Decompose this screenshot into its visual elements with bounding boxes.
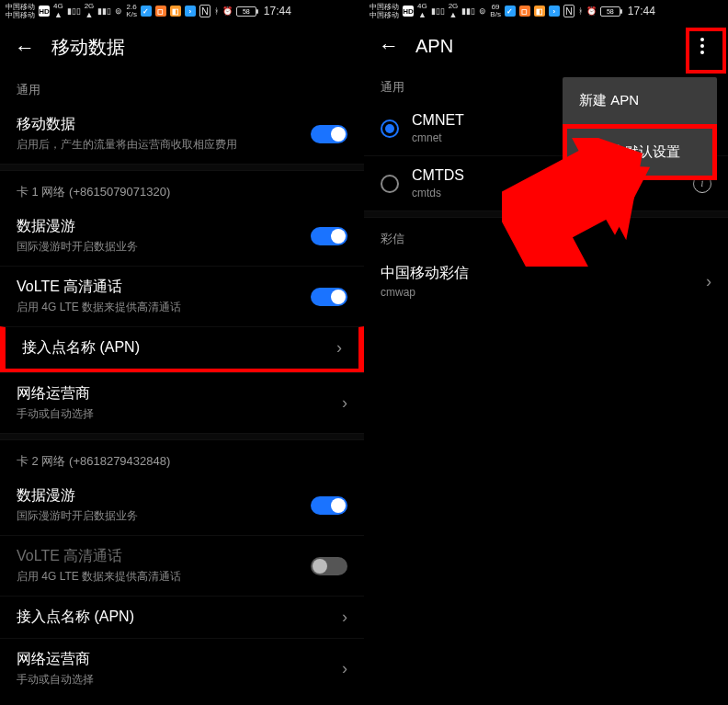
carrier-row[interactable]: 网络运营商 手动或自动选择 ›	[0, 372, 364, 433]
chevron-right-icon: ›	[342, 659, 347, 678]
screen-mobile-data: 中国移动 中国移动 HD 4G ▲ ▮▯▯ 2G ▲ ▮▮▯ ⊚ 2.6 K/s…	[0, 0, 364, 705]
screen-apn: 中国移动 中国移动 HD 4G ▲ ▮▯▯ 2G ▲ ▮▮▯ ⊚ 69 B/s …	[364, 0, 728, 705]
signal-2g-icon: 2G ▲	[449, 3, 459, 19]
alarm-icon: ⏰	[586, 6, 597, 16]
section-header-mms: 彩信	[364, 218, 728, 253]
battery-icon: 58	[600, 6, 620, 17]
app-badge-icon: ◻	[155, 6, 166, 17]
volte-label: VoLTE 高清通话	[17, 278, 298, 297]
volte-row[interactable]: VoLTE 高清通话 启用 4G LTE 数据来提供高清通话	[0, 266, 364, 326]
annotation-highlight-more	[686, 28, 726, 74]
roaming2-row[interactable]: 数据漫游 国际漫游时开启数据业务	[0, 475, 364, 535]
app-badge-icon: ›	[185, 6, 196, 17]
signal-2g-icon: 2G ▲	[85, 3, 95, 19]
carrier-sub: 手动或自动选择	[17, 406, 329, 422]
mobile-data-toggle[interactable]	[311, 125, 347, 143]
volte2-row[interactable]: VoLTE 高清通话 启用 4G LTE 数据来提供高清通话	[0, 535, 364, 596]
roaming-label: 数据漫游	[17, 217, 298, 236]
signal-4g-icon: 4G ▲	[53, 3, 63, 19]
hd-badge-icon: HD	[39, 6, 50, 17]
carrier2-label: 网络运营商	[17, 650, 329, 669]
mobile-data-sub: 启用后，产生的流量将由运营商收取相应费用	[17, 137, 298, 153]
bluetooth-icon: ᚼ	[578, 6, 583, 16]
chevron-right-icon: ›	[706, 272, 711, 291]
mobile-data-label: 移动数据	[17, 115, 298, 134]
clock: 17:44	[264, 5, 291, 17]
header: ← 移动数据	[0, 22, 364, 69]
roaming2-label: 数据漫游	[17, 486, 298, 506]
carrier-label: 中国移动 中国移动	[370, 3, 399, 19]
volte2-sub: 启用 4G LTE 数据来提供高清通话	[17, 569, 298, 585]
signal-4g-icon: 4G ▲	[417, 3, 427, 19]
volte2-toggle[interactable]	[311, 557, 347, 575]
carrier-label: 网络运营商	[17, 384, 329, 404]
battery-icon: 58	[236, 6, 256, 17]
bluetooth-icon: ᚼ	[214, 6, 219, 16]
volte2-label: VoLTE 高清通话	[17, 547, 298, 566]
volte-toggle[interactable]	[311, 288, 347, 306]
nfc-icon: N	[199, 5, 210, 17]
page-title: 移动数据	[51, 35, 125, 60]
apn2-label: 接入点名称 (APN)	[17, 608, 329, 627]
carrier2-row[interactable]: 网络运营商 手动或自动选择 ›	[0, 638, 364, 699]
apn-row[interactable]: 接入点名称 (APN) ›	[0, 326, 364, 372]
apn-mms-sub: cmwap	[381, 286, 693, 299]
alarm-icon: ⏰	[222, 6, 233, 16]
page-title: APN	[415, 36, 453, 57]
app-badge-icon: ✓	[505, 6, 516, 17]
data-speed-indicator: 2.6 K/s	[126, 4, 137, 18]
app-badge-icon: ›	[549, 6, 560, 17]
carrier2-sub: 手动或自动选择	[17, 672, 329, 688]
apn2-row[interactable]: 接入点名称 (APN) ›	[0, 596, 364, 638]
volte-sub: 启用 4G LTE 数据来提供高清通话	[17, 300, 298, 315]
wifi-icon: ⊚	[479, 6, 486, 16]
hd-badge-icon: HD	[403, 6, 414, 17]
roaming-row[interactable]: 数据漫游 国际漫游时开启数据业务	[0, 206, 364, 266]
signal-bars-icon: ▮▯▯	[431, 6, 445, 16]
section-header-sim1: 卡 1 网络 (+8615079071320)	[0, 171, 364, 206]
app-badge-icon: ◻	[519, 6, 530, 17]
app-badge-icon: ◧	[534, 6, 545, 17]
signal-bars-icon: ▮▮▯	[97, 6, 111, 16]
app-badge-icon: ◧	[170, 6, 181, 17]
data-speed-indicator: 69 B/s	[490, 4, 501, 18]
chevron-right-icon: ›	[336, 338, 342, 358]
apn-mms-label: 中国移动彩信	[381, 264, 693, 283]
back-icon[interactable]: ←	[15, 38, 35, 58]
nfc-icon: N	[563, 5, 574, 17]
chevron-right-icon: ›	[342, 393, 347, 413]
roaming2-toggle[interactable]	[311, 496, 347, 515]
menu-item-new-apn[interactable]: 新建 APN	[563, 77, 717, 124]
clock: 17:44	[628, 5, 655, 17]
roaming-toggle[interactable]	[311, 227, 347, 245]
section-header-general: 通用	[0, 69, 364, 104]
overflow-menu: 新建 APN 重置为默认设置	[563, 77, 717, 180]
apn-label: 接入点名称 (APN)	[22, 338, 324, 358]
apn-cmtds-sub: cmtds	[412, 187, 680, 199]
wifi-icon: ⊚	[115, 6, 122, 16]
section-header-sim2: 卡 2 网络 (+8618279432848)	[0, 440, 364, 475]
roaming-sub: 国际漫游时开启数据业务	[17, 239, 298, 255]
carrier-label: 中国移动 中国移动	[6, 3, 35, 19]
radio-unselected-icon[interactable]	[381, 175, 399, 193]
status-bar: 中国移动 中国移动 HD 4G ▲ ▮▯▯ 2G ▲ ▮▮▯ ⊚ 2.6 K/s…	[0, 0, 364, 22]
menu-item-reset-apn[interactable]: 重置为默认设置	[563, 124, 717, 180]
header: ← APN	[364, 22, 728, 66]
status-bar: 中国移动 中国移动 HD 4G ▲ ▮▯▯ 2G ▲ ▮▮▯ ⊚ 69 B/s …	[364, 0, 728, 22]
back-icon[interactable]: ←	[379, 36, 399, 56]
apn-item-mms[interactable]: 中国移动彩信 cmwap ›	[364, 253, 728, 310]
roaming2-sub: 国际漫游时开启数据业务	[17, 508, 298, 524]
signal-bars-icon: ▮▮▯	[461, 6, 475, 16]
signal-bars-icon: ▮▯▯	[67, 6, 81, 16]
mobile-data-row[interactable]: 移动数据 启用后，产生的流量将由运营商收取相应费用	[0, 104, 364, 164]
radio-selected-icon[interactable]	[381, 119, 399, 138]
chevron-right-icon: ›	[342, 608, 347, 627]
app-badge-icon: ✓	[141, 6, 152, 17]
